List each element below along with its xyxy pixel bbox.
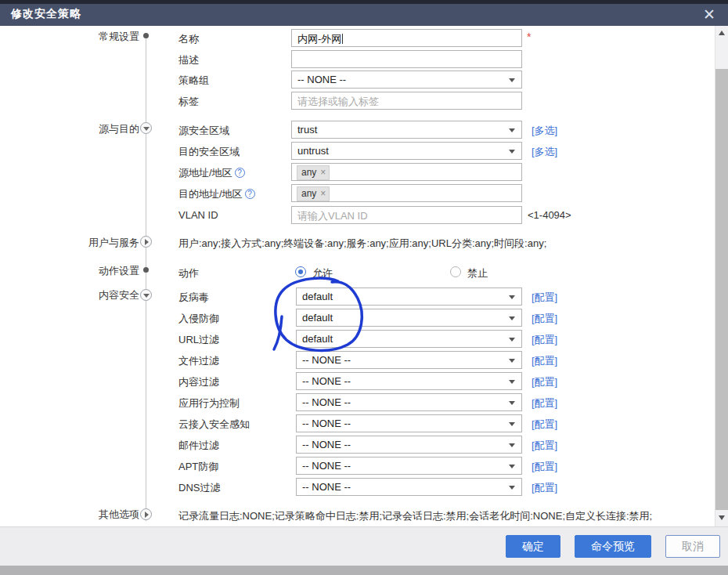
policy-group-select[interactable]: -- NONE -- <box>291 71 522 89</box>
deny-radio[interactable] <box>450 266 461 277</box>
apt-defense-select[interactable]: -- NONE -- <box>296 457 522 475</box>
cloud-access-label: 云接入安全感知 <box>178 418 250 432</box>
cloud-access-select[interactable]: -- NONE -- <box>296 414 522 432</box>
form-row-app-behavior: 应用行为控制 -- NONE -- [配置] <box>0 393 715 412</box>
scroll-up-icon[interactable] <box>719 31 725 35</box>
chip-label: any <box>301 167 316 178</box>
antivirus-select[interactable]: default <box>296 288 522 306</box>
vertical-scrollbar[interactable] <box>715 26 728 526</box>
remove-chip-icon[interactable]: × <box>320 188 326 199</box>
required-asterisk: * <box>527 31 531 43</box>
antivirus-config-link[interactable]: [配置] <box>532 291 557 305</box>
form-row-description: 描述 <box>0 50 715 69</box>
app-behavior-label: 应用行为控制 <box>178 396 240 410</box>
src-address-input[interactable]: any× <box>291 163 522 181</box>
dns-filter-config-link[interactable]: [配置] <box>532 481 557 495</box>
vlan-label: VLAN ID <box>178 209 218 221</box>
dns-filter-select[interactable]: -- NONE -- <box>296 478 522 496</box>
remove-chip-icon[interactable]: × <box>320 167 326 178</box>
tag-label: 标签 <box>178 95 199 109</box>
help-icon[interactable]: ? <box>235 168 245 178</box>
dst-zone-multi-link[interactable]: [多选] <box>532 145 557 159</box>
command-preview-button[interactable]: 命令预览 <box>575 535 651 558</box>
content-filter-config-link[interactable]: [配置] <box>532 375 557 389</box>
url-filter-config-link[interactable]: [配置] <box>532 333 557 347</box>
ips-select[interactable]: default <box>296 309 522 327</box>
name-label: 名称 <box>178 32 199 46</box>
ips-value: default <box>302 312 333 324</box>
file-filter-label: 文件过滤 <box>178 354 219 368</box>
form-row-action: 动作 允许 禁止 <box>0 263 715 282</box>
tag-placeholder: 请选择或输入标签 <box>297 96 379 107</box>
file-filter-config-link[interactable]: [配置] <box>532 354 557 368</box>
scrollbar-thumb[interactable] <box>715 69 728 510</box>
content-filter-value: -- NONE -- <box>302 375 351 387</box>
address-chip: any× <box>297 165 330 180</box>
form-row-mail-filter: 邮件过滤 -- NONE -- [配置] <box>0 436 715 454</box>
content-filter-label: 内容过滤 <box>178 375 219 389</box>
src-zone-select[interactable]: trust <box>291 121 522 139</box>
vlan-input[interactable]: 请输入VLAN ID <box>291 206 522 224</box>
app-behavior-config-link[interactable]: [配置] <box>532 396 557 410</box>
cancel-button[interactable]: 取消 <box>665 535 720 558</box>
apt-defense-config-link[interactable]: [配置] <box>532 460 557 474</box>
app-behavior-select[interactable]: -- NONE -- <box>296 393 522 411</box>
chip-label: any <box>301 188 316 199</box>
dropdown-caret-icon <box>509 316 515 320</box>
form-row-ips: 入侵防御 default [配置] <box>0 309 715 327</box>
form-row-file-filter: 文件过滤 -- NONE -- [配置] <box>0 351 715 370</box>
mail-filter-config-link[interactable]: [配置] <box>532 439 557 453</box>
url-filter-value: default <box>302 333 333 345</box>
dst-address-label: 目的地址/地区? <box>178 187 255 201</box>
name-value: 内网-外网 <box>297 33 341 45</box>
dst-address-input[interactable]: any× <box>291 184 522 202</box>
ok-button[interactable]: 确定 <box>506 535 560 558</box>
dialog-footer: 确定 命令预览 取消 <box>0 526 728 566</box>
form-row-policy-group: 策略组 -- NONE -- <box>0 71 715 89</box>
description-input[interactable] <box>291 50 522 68</box>
scroll-down-icon[interactable] <box>719 515 725 520</box>
form-row-name: 名称 内网-外网 * <box>0 29 715 48</box>
src-address-label: 源地址/地区? <box>178 166 245 180</box>
other-options-summary: 记录流量日志:NONE;记录策略命中日志:禁用;记录会话日志:禁用;会话老化时间… <box>178 509 652 523</box>
url-filter-select[interactable]: default <box>296 330 522 348</box>
dns-filter-label: DNS过滤 <box>178 481 220 495</box>
ips-label: 入侵防御 <box>178 312 219 326</box>
allow-radio[interactable] <box>295 266 306 277</box>
dropdown-caret-icon <box>509 443 515 447</box>
cloud-access-value: -- NONE -- <box>302 418 351 429</box>
dns-filter-value: -- NONE -- <box>302 481 351 493</box>
dropdown-caret-icon <box>509 150 515 154</box>
dst-zone-label: 目的安全区域 <box>178 145 240 159</box>
form-row-src-zone: 源安全区域 trust [多选] <box>0 121 715 139</box>
mail-filter-label: 邮件过滤 <box>178 439 219 453</box>
form-row-content-filter: 内容过滤 -- NONE -- [配置] <box>0 372 715 391</box>
name-input[interactable]: 内网-外网 <box>291 29 522 47</box>
mail-filter-select[interactable]: -- NONE -- <box>296 436 522 454</box>
antivirus-label: 反病毒 <box>178 291 209 305</box>
mail-filter-value: -- NONE -- <box>302 439 351 450</box>
app-behavior-value: -- NONE -- <box>302 396 351 408</box>
ips-config-link[interactable]: [配置] <box>532 312 557 326</box>
dialog-titlebar: 修改安全策略 ✕ <box>0 4 728 26</box>
dropdown-caret-icon <box>509 465 515 468</box>
help-icon[interactable]: ? <box>245 189 255 199</box>
tag-input[interactable]: 请选择或输入标签 <box>291 92 522 110</box>
dropdown-caret-icon <box>509 359 515 363</box>
policy-group-label: 策略组 <box>178 74 209 88</box>
close-icon[interactable]: ✕ <box>700 5 719 24</box>
user-service-row: 用户:any;接入方式:any;终端设备:any;服务:any;应用:any;U… <box>0 235 715 254</box>
dropdown-caret-icon <box>509 486 515 490</box>
form-row-dst-address: 目的地址/地区? any× <box>0 184 715 203</box>
src-zone-multi-link[interactable]: [多选] <box>532 124 557 138</box>
form-row-cloud-access: 云接入安全感知 -- NONE -- [配置] <box>0 414 715 433</box>
file-filter-select[interactable]: -- NONE -- <box>296 351 522 369</box>
dst-zone-select[interactable]: untrust <box>291 142 522 160</box>
window-bottom-strip <box>0 566 728 575</box>
dropdown-caret-icon <box>509 128 515 132</box>
apt-defense-value: -- NONE -- <box>302 460 351 472</box>
text-cursor <box>342 34 343 44</box>
content-filter-select[interactable]: -- NONE -- <box>296 372 522 390</box>
cloud-access-config-link[interactable]: [配置] <box>532 418 557 432</box>
dropdown-caret-icon <box>509 422 515 426</box>
